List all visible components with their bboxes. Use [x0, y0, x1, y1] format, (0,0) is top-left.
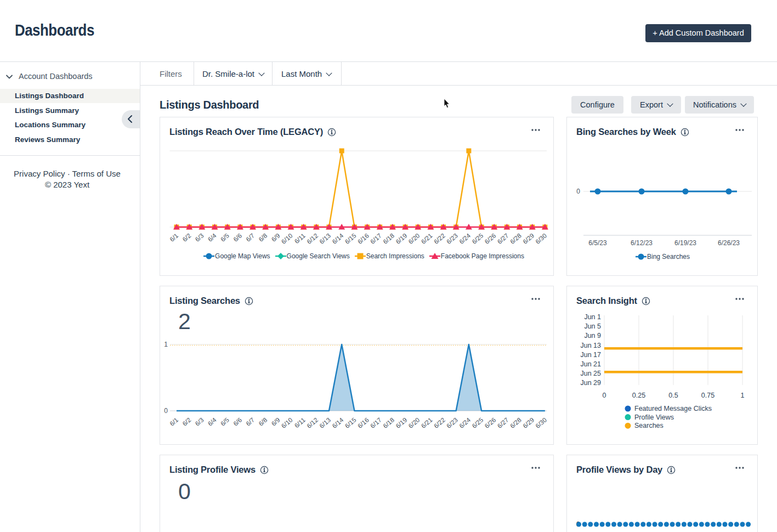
svg-text:6/13: 6/13 [318, 232, 332, 245]
svg-text:6/26: 6/26 [484, 232, 497, 245]
svg-text:6/15: 6/15 [344, 416, 358, 429]
svg-text:6/10: 6/10 [280, 416, 294, 429]
svg-text:6/7: 6/7 [245, 416, 256, 427]
svg-text:6/12/23: 6/12/23 [631, 239, 653, 247]
svg-text:Jun 13: Jun 13 [580, 342, 601, 349]
svg-text:6/6: 6/6 [232, 232, 243, 242]
svg-text:6/12: 6/12 [305, 232, 319, 245]
svg-text:6/3: 6/3 [194, 416, 205, 427]
svg-text:Jun 17: Jun 17 [580, 351, 601, 359]
svg-text:6/5/23: 6/5/23 [588, 239, 607, 247]
svg-text:Searches: Searches [634, 422, 663, 429]
svg-text:6/16: 6/16 [356, 416, 370, 429]
svg-text:6/2: 6/2 [182, 416, 192, 427]
svg-text:6/26/23: 6/26/23 [718, 239, 740, 247]
svg-text:6/23: 6/23 [445, 416, 459, 429]
svg-text:1: 1 [164, 341, 168, 348]
svg-text:6/6: 6/6 [232, 416, 243, 427]
svg-text:6/3: 6/3 [194, 232, 205, 242]
svg-text:6/26: 6/26 [484, 416, 497, 429]
svg-text:Jun 21: Jun 21 [580, 360, 601, 368]
svg-text:6/14: 6/14 [331, 416, 345, 429]
svg-text:6/15: 6/15 [344, 232, 358, 245]
svg-text:6/23: 6/23 [445, 232, 459, 245]
svg-text:6/4: 6/4 [207, 416, 218, 427]
svg-text:6/24: 6/24 [458, 416, 472, 429]
svg-text:6/28: 6/28 [509, 232, 523, 245]
svg-text:6/12: 6/12 [305, 416, 319, 429]
svg-text:6/17: 6/17 [369, 416, 383, 429]
svg-text:Jun 1: Jun 1 [584, 313, 601, 321]
svg-text:6/1: 6/1 [168, 416, 179, 427]
svg-text:0: 0 [576, 188, 580, 195]
svg-text:6/14: 6/14 [331, 232, 345, 245]
svg-text:6/27: 6/27 [496, 416, 510, 429]
svg-text:6/10: 6/10 [280, 232, 294, 245]
svg-text:6/19: 6/19 [395, 232, 409, 245]
svg-text:6/30: 6/30 [534, 232, 548, 245]
svg-text:6/19/23: 6/19/23 [674, 239, 696, 247]
svg-text:6/27: 6/27 [496, 232, 510, 245]
svg-text:6/13: 6/13 [318, 416, 332, 429]
svg-text:6/18: 6/18 [382, 416, 395, 429]
svg-text:6/22: 6/22 [433, 232, 446, 245]
svg-text:6/2: 6/2 [182, 232, 192, 242]
svg-text:6/1: 6/1 [168, 232, 179, 242]
svg-text:6/21: 6/21 [420, 416, 434, 429]
svg-text:0.25: 0.25 [632, 392, 645, 399]
svg-text:6/9: 6/9 [270, 416, 281, 427]
svg-text:Jun 25: Jun 25 [580, 370, 601, 377]
svg-text:6/5: 6/5 [219, 232, 230, 242]
svg-text:6/25: 6/25 [471, 416, 485, 429]
svg-text:6/11: 6/11 [293, 416, 307, 429]
svg-text:6/8: 6/8 [258, 416, 269, 427]
svg-text:6/18: 6/18 [382, 232, 395, 245]
svg-text:0.5: 0.5 [668, 392, 678, 399]
svg-text:6/7: 6/7 [245, 232, 256, 242]
svg-text:Jun 29: Jun 29 [580, 379, 601, 387]
svg-text:6/4: 6/4 [207, 232, 218, 243]
svg-text:6/11: 6/11 [293, 232, 307, 245]
svg-text:6/29: 6/29 [521, 232, 535, 245]
svg-text:0: 0 [603, 392, 606, 399]
svg-text:6/8: 6/8 [258, 232, 269, 242]
svg-text:6/5: 6/5 [219, 416, 230, 427]
svg-text:6/22: 6/22 [433, 416, 446, 429]
svg-text:6/17: 6/17 [369, 232, 383, 245]
svg-text:6/25: 6/25 [471, 232, 485, 245]
svg-text:6/9: 6/9 [270, 232, 281, 242]
svg-text:6/29: 6/29 [521, 416, 535, 429]
svg-text:6/21: 6/21 [420, 232, 434, 245]
svg-text:0.75: 0.75 [701, 392, 714, 399]
svg-text:1: 1 [741, 392, 745, 399]
svg-text:6/30: 6/30 [534, 416, 548, 429]
svg-text:6/20: 6/20 [407, 416, 421, 429]
svg-text:6/19: 6/19 [395, 416, 409, 429]
svg-text:Jun 9: Jun 9 [584, 332, 601, 339]
svg-text:Jun 5: Jun 5 [584, 322, 601, 330]
svg-text:Featured Message Clicks: Featured Message Clicks [634, 405, 712, 412]
svg-text:6/24: 6/24 [458, 232, 472, 245]
svg-text:Profile Views: Profile Views [634, 414, 674, 421]
svg-text:0: 0 [164, 407, 168, 415]
svg-text:6/16: 6/16 [356, 232, 370, 245]
svg-text:6/28: 6/28 [509, 416, 523, 429]
svg-text:6/20: 6/20 [407, 232, 421, 245]
